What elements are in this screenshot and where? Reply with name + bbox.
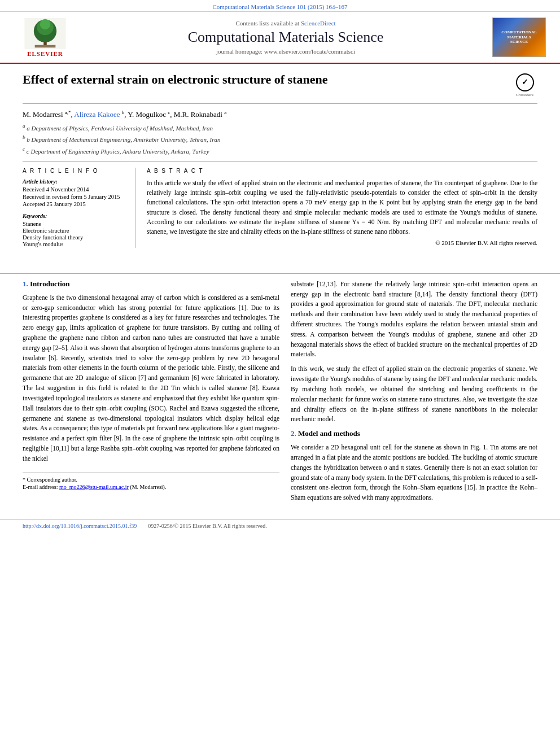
keyword-dft: Density functional theory <box>23 234 126 241</box>
intro-number: 1. <box>23 279 28 288</box>
affiliation-c: c c Department of Engineering Physics, A… <box>23 146 537 156</box>
section2-number: 2. <box>291 429 296 438</box>
right-para-1: substrate [12,13]. For stanene the relat… <box>291 279 537 360</box>
affiliations: a a Department of Physics, Ferdowsi Univ… <box>23 123 537 155</box>
paper-title-section: Effect of external strain on electronic … <box>23 72 537 104</box>
footnote-corresponding: * Corresponding author. <box>23 477 279 483</box>
crossmark-check-icon: ✓ <box>522 77 528 87</box>
issn-text: 0927-0256/© 2015 Elsevier B.V. All right… <box>148 523 266 529</box>
authors-line: M. Modarresi a,*, Alireza Kakoee b, Y. M… <box>23 110 537 119</box>
doi-link[interactable]: http://dx.doi.org/10.1016/j.commatsci.20… <box>23 523 137 529</box>
cms-logo: COMPUTATIONALMATERIALSSCIENCE <box>492 18 549 57</box>
footnote-email: E-mail address: mo_mo226@stu-mail.um.ac.… <box>23 484 279 490</box>
svg-rect-5 <box>35 45 56 47</box>
crossmark: ✓ CrossMark <box>512 72 537 98</box>
intro-title: Introduction <box>30 279 70 288</box>
elsevier-logo: ELSEVIER <box>11 18 79 57</box>
crossmark-circle: ✓ <box>516 73 534 91</box>
section2-heading: 2. Model and methods <box>291 429 537 438</box>
citation-bar: Computational Materials Science 101 (201… <box>0 0 560 12</box>
right-para-2: In this work, we study the effect of app… <box>291 364 537 425</box>
author-kakoee[interactable]: Alireza Kakoee <box>74 110 120 119</box>
left-column: 1. Introduction Graphene is the two dime… <box>23 279 279 508</box>
abstract-text: In this article we study the effect of a… <box>147 178 537 237</box>
journal-header: ELSEVIER Contents lists available at Sci… <box>0 12 560 64</box>
crossmark-label: CrossMark <box>516 93 533 97</box>
main-body: 1. Introduction Graphene is the two dime… <box>0 279 560 519</box>
svg-point-4 <box>40 19 50 29</box>
journal-homepage: journal homepage: www.elsevier.com/locat… <box>79 48 492 55</box>
science-direct-link[interactable]: ScienceDirect <box>301 20 336 27</box>
date-received: Received 4 November 2014 <box>23 186 126 193</box>
date-revised: Received in revised form 5 January 2015 <box>23 194 126 200</box>
abstract-section: A B S T R A C T In this article we study… <box>147 168 537 248</box>
elsevier-tree-icon <box>23 18 68 49</box>
keywords-section: Keywords: Stanene Electronic structure D… <box>23 213 126 247</box>
keyword-youngs: Young's modulus <box>23 241 126 247</box>
section2-text: We consider a 2D hexagonal unit cell for… <box>291 443 537 503</box>
abstract-heading: A B S T R A C T <box>147 168 537 174</box>
affiliation-b: b b Department of Mechanical Engineering… <box>23 134 537 144</box>
keyword-stanene: Stanene <box>23 221 126 227</box>
affiliation-a: a a Department of Physics, Ferdowsi Univ… <box>23 123 537 133</box>
intro-paragraph: Graphene is the two dimensional hexagona… <box>23 293 279 464</box>
intro-heading: 1. Introduction <box>23 279 279 289</box>
keywords-label: Keywords: <box>23 213 126 219</box>
article-info: A R T I C L E I N F O Article history: R… <box>23 168 135 248</box>
paper-content: Effect of external strain on electronic … <box>0 64 560 268</box>
date-accepted: Accepted 25 January 2015 <box>23 201 126 207</box>
history-label: Article history: <box>23 178 126 185</box>
journal-center: Contents lists available at ScienceDirec… <box>79 20 492 55</box>
citation-text: Computational Materials Science 101 (201… <box>212 3 347 10</box>
article-info-heading: A R T I C L E I N F O <box>23 168 126 174</box>
email-link[interactable]: mo_mo226@stu-mail.um.ac.ir <box>59 484 129 490</box>
body-divider <box>0 273 560 274</box>
journal-title: Computational Materials Science <box>79 29 492 46</box>
info-abstract-section: A R T I C L E I N F O Article history: R… <box>23 161 537 248</box>
section2-title: Model and methods <box>298 429 360 438</box>
footnote-section: * Corresponding author. E-mail address: … <box>23 473 279 490</box>
footer: http://dx.doi.org/10.1016/j.commatsci.20… <box>0 519 560 532</box>
elsevier-label: ELSEVIER <box>27 50 63 57</box>
keyword-electronic: Electronic structure <box>23 228 126 234</box>
right-column: substrate [12,13]. For stanene the relat… <box>291 279 537 508</box>
science-direct-info: Contents lists available at ScienceDirec… <box>79 20 492 27</box>
abstract-copyright: © 2015 Elsevier B.V. All rights reserved… <box>147 239 537 246</box>
paper-title: Effect of external strain on electronic … <box>23 72 506 87</box>
